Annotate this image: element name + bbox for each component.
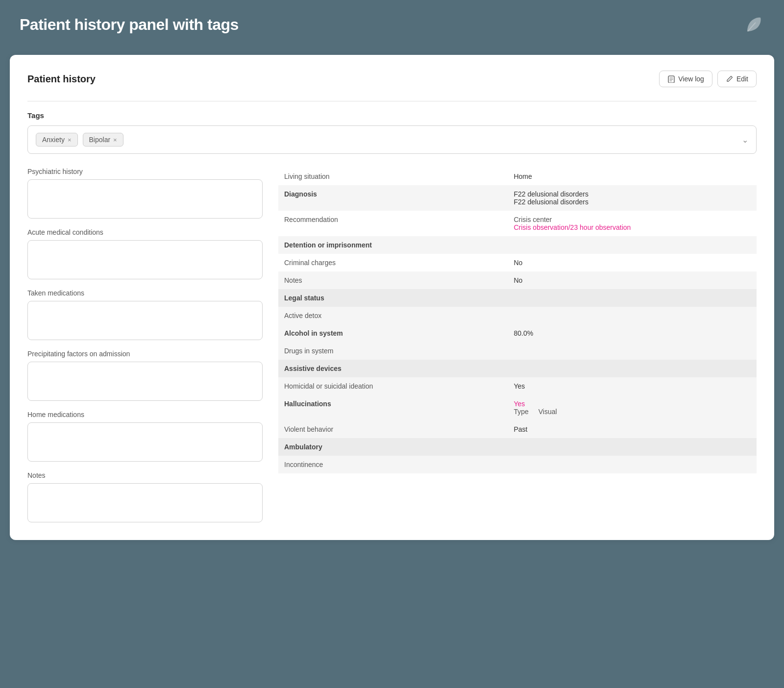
field-notes-input[interactable] [27, 483, 263, 522]
tag-anxiety-close[interactable]: × [68, 136, 72, 144]
recommendation-label: Recommendation [278, 211, 508, 236]
homicidal-value: Yes [508, 377, 757, 395]
table-row: Homicidal or suicidal ideation Yes [278, 377, 757, 395]
view-log-button[interactable]: View log [659, 71, 712, 87]
table-row: Detention or imprisonment [278, 236, 757, 254]
field-home-medications: Home medications [27, 411, 263, 462]
alcohol-label: Alcohol in system [278, 324, 508, 342]
panel-header: Patient history View log Edit [27, 71, 757, 87]
living-situation-label: Living situation [278, 168, 508, 185]
active-detox-label: Active detox [278, 307, 508, 324]
table-row: Hallucinations Yes Type Visual [278, 395, 757, 420]
edit-icon [726, 75, 734, 83]
active-detox-value [508, 307, 757, 324]
edit-button[interactable]: Edit [717, 71, 757, 87]
tag-anxiety-label: Anxiety [42, 136, 65, 144]
field-precipitating-factors-label: Precipitating factors on admission [27, 350, 263, 358]
right-column: Living situation Home Diagnosis F22 delu… [278, 168, 757, 522]
tags-label: Tags [27, 111, 757, 120]
table-row: Criminal charges No [278, 254, 757, 271]
diagnosis-label: Diagnosis [278, 185, 508, 211]
detention-notes-label: Notes [278, 271, 508, 289]
tags-input-box[interactable]: Anxiety × Bipolar × ⌄ [27, 125, 757, 154]
leaf-icon [743, 14, 764, 35]
tag-bipolar[interactable]: Bipolar × [83, 133, 123, 147]
detention-header: Detention or imprisonment [278, 236, 757, 254]
table-row: Assistive devices [278, 360, 757, 377]
drugs-label: Drugs in system [278, 342, 508, 360]
recommendation-value: Crisis center Crisis observation/23 hour… [508, 211, 757, 236]
recommendation-secondary: Crisis observation/23 hour observation [514, 223, 631, 231]
diagnosis-value: F22 delusional disordersF22 delusional d… [508, 185, 757, 211]
table-row: Diagnosis F22 delusional disordersF22 de… [278, 185, 757, 211]
tag-anxiety[interactable]: Anxiety × [36, 133, 78, 147]
criminal-charges-value: No [508, 254, 757, 271]
drugs-value [508, 342, 757, 360]
field-home-medications-label: Home medications [27, 411, 263, 418]
table-row: Alcohol in system 80.0% [278, 324, 757, 342]
detention-notes-value: No [508, 271, 757, 289]
field-psychiatric-history-label: Psychiatric history [27, 168, 263, 175]
table-row: Violent behavior Past [278, 420, 757, 438]
field-notes: Notes [27, 471, 263, 522]
field-acute-medical: Acute medical conditions [27, 228, 263, 279]
left-column: Psychiatric history Acute medical condit… [27, 168, 263, 522]
tag-bipolar-label: Bipolar [89, 136, 111, 144]
hallucinations-type-label: Type [514, 408, 528, 416]
table-row: Drugs in system [278, 342, 757, 360]
hallucinations-type-value: Visual [539, 408, 557, 416]
ambulatory-header: Ambulatory [278, 438, 757, 456]
log-icon [667, 75, 675, 83]
panel-actions: View log Edit [659, 71, 757, 87]
criminal-charges-label: Criminal charges [278, 254, 508, 271]
field-acute-medical-input[interactable] [27, 240, 263, 279]
violent-behavior-value: Past [508, 420, 757, 438]
hallucinations-value: Yes Type Visual [508, 395, 757, 420]
legal-status-header: Legal status [278, 289, 757, 307]
hallucinations-label: Hallucinations [278, 395, 508, 420]
incontinence-value [508, 456, 757, 473]
main-content: Psychiatric history Acute medical condit… [27, 168, 757, 522]
page-header: Patient history panel with tags [0, 0, 784, 49]
homicidal-label: Homicidal or suicidal ideation [278, 377, 508, 395]
tags-list: Anxiety × Bipolar × [36, 133, 123, 147]
page-title: Patient history panel with tags [20, 16, 239, 34]
field-psychiatric-history: Psychiatric history [27, 168, 263, 219]
field-home-medications-input[interactable] [27, 422, 263, 462]
panel-title: Patient history [27, 74, 96, 85]
table-row: Active detox [278, 307, 757, 324]
field-taken-medications-label: Taken medications [27, 289, 263, 297]
field-taken-medications-input[interactable] [27, 301, 263, 340]
header-divider [27, 101, 757, 101]
living-situation-value: Home [508, 168, 757, 185]
field-taken-medications: Taken medications [27, 289, 263, 340]
alcohol-value: 80.0% [508, 324, 757, 342]
field-notes-label: Notes [27, 471, 263, 479]
tag-bipolar-close[interactable]: × [113, 136, 117, 144]
table-row: Legal status [278, 289, 757, 307]
table-row: Ambulatory [278, 438, 757, 456]
info-table: Living situation Home Diagnosis F22 delu… [278, 168, 757, 473]
table-row: Incontinence [278, 456, 757, 473]
recommendation-primary: Crisis center [514, 216, 552, 223]
field-acute-medical-label: Acute medical conditions [27, 228, 263, 236]
hallucinations-primary: Yes [514, 400, 525, 408]
incontinence-label: Incontinence [278, 456, 508, 473]
field-precipitating-factors: Precipitating factors on admission [27, 350, 263, 401]
assistive-devices-header: Assistive devices [278, 360, 757, 377]
field-psychiatric-history-input[interactable] [27, 179, 263, 219]
table-row: Living situation Home [278, 168, 757, 185]
chevron-down-icon: ⌄ [742, 135, 748, 145]
table-row: Recommendation Crisis center Crisis obse… [278, 211, 757, 236]
table-row: Notes No [278, 271, 757, 289]
field-precipitating-factors-input[interactable] [27, 362, 263, 401]
patient-history-panel: Patient history View log Edit Tags [10, 55, 774, 540]
violent-behavior-label: Violent behavior [278, 420, 508, 438]
tags-section: Tags Anxiety × Bipolar × ⌄ [27, 111, 757, 154]
